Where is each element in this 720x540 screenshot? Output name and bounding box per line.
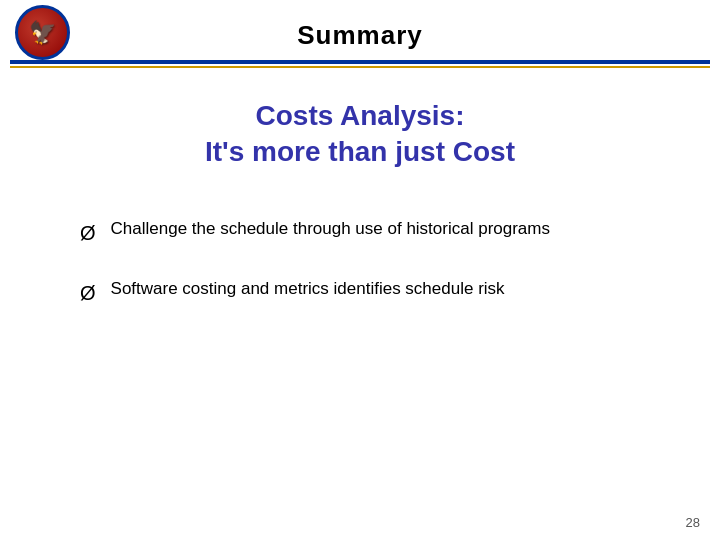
bullet-text-1: Challenge the schedule through use of hi… <box>111 216 640 242</box>
page-number: 28 <box>686 515 700 530</box>
title-area: Summary <box>20 10 700 51</box>
logo-area: 🦅 <box>15 5 75 65</box>
main-content: Costs Analysis: It's more than just Cost… <box>0 68 720 510</box>
header: 🦅 Summary <box>0 0 720 56</box>
divider-blue <box>10 60 710 64</box>
list-item: Ø Challenge the schedule through use of … <box>80 216 640 248</box>
page-container: 🦅 Summary Costs Analysis: It's more than… <box>0 0 720 540</box>
divider-container <box>0 60 720 68</box>
list-item: Ø Software costing and metrics identifie… <box>80 276 640 308</box>
bullet-list: Ø Challenge the schedule through use of … <box>80 216 640 336</box>
logo-eagle-icon: 🦅 <box>29 20 56 46</box>
subtitle-line2: It's more than just Cost <box>80 134 640 170</box>
bullet-symbol-1: Ø <box>80 218 96 248</box>
subtitle: Costs Analysis: It's more than just Cost <box>80 98 640 171</box>
logo-circle: 🦅 <box>15 5 70 60</box>
page-title: Summary <box>20 20 700 51</box>
bullet-text-2: Software costing and metrics identifies … <box>111 276 640 302</box>
footer: 28 <box>0 510 720 540</box>
bullet-symbol-2: Ø <box>80 278 96 308</box>
subtitle-line1: Costs Analysis: <box>80 98 640 134</box>
